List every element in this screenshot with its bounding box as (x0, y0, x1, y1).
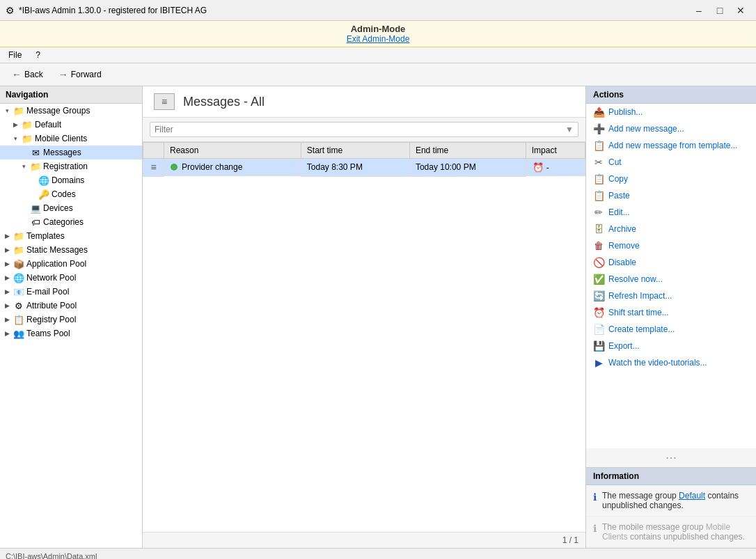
nav-toggle-network-pool[interactable]: ▶ (3, 274, 11, 282)
content-header: ≡ Messages - All (143, 86, 585, 118)
menu-file[interactable]: File (6, 49, 24, 61)
nav-icon-messages: ✉ (30, 147, 41, 158)
nav-toggle-domains[interactable] (28, 176, 36, 184)
nav-icon-default: 📁 (22, 119, 33, 130)
filter-input[interactable] (150, 123, 561, 136)
filter-bar: ▼ (143, 118, 585, 142)
impact-value: - (546, 163, 549, 173)
info-before-0: The message group (602, 491, 679, 501)
titlebar: ⚙ *IBI-aws Admin 1.30.0 - registered for… (0, 0, 756, 21)
nav-item-mobile-clients[interactable]: ▾📁Mobile Clients (0, 132, 142, 145)
nav-toggle-mobile-clients[interactable]: ▾ (11, 134, 19, 143)
action-item-shift[interactable]: ⏰Shift start time... (586, 304, 756, 321)
exit-admin-mode-link[interactable]: Exit Admin-Mode (0, 34, 756, 44)
action-item-cut[interactable]: ✂Cut (586, 154, 756, 171)
nav-toggle-email-pool[interactable]: ▶ (3, 288, 11, 296)
nav-item-messages[interactable]: ✉Messages (0, 145, 142, 159)
info-icon-1: ℹ (593, 523, 597, 534)
nav-icon-application-pool: 📦 (13, 258, 24, 269)
nav-item-categories[interactable]: 🏷Categories (0, 215, 142, 229)
action-item-publish[interactable]: 📤Publish... (586, 104, 756, 120)
action-item-refresh[interactable]: 🔄Refresh Impact... (586, 288, 756, 304)
nav-item-default[interactable]: ▶📁Default (0, 118, 142, 132)
filter-icon: ▼ (561, 123, 578, 136)
shift-icon: ⏰ (593, 307, 604, 318)
nav-item-domains[interactable]: 🌐Domains (0, 173, 142, 187)
action-label-disable: Disable (608, 258, 636, 267)
titlebar-title: *IBI-aws Admin 1.30.0 - registered for I… (19, 6, 207, 15)
menu-help[interactable]: ? (33, 49, 43, 61)
action-item-export[interactable]: 💾Export... (586, 338, 756, 354)
nav-item-msg-groups[interactable]: ▾📁Message Groups (0, 104, 142, 118)
nav-toggle-messages[interactable] (19, 148, 28, 157)
minimize-button[interactable]: – (689, 3, 709, 18)
nav-toggle-registration[interactable]: ▾ (19, 162, 28, 171)
action-item-copy[interactable]: 📋Copy (586, 171, 756, 187)
nav-toggle-msg-groups[interactable]: ▾ (3, 107, 11, 115)
action-item-create-template[interactable]: 📄Create template... (586, 321, 756, 338)
main-layout: Navigation ▾📁Message Groups▶📁Default▾📁Mo… (0, 86, 756, 548)
action-item-edit[interactable]: ✏Edit... (586, 204, 756, 221)
nav-item-attribute-pool[interactable]: ▶⚙Attribute Pool (0, 299, 142, 313)
resolve-icon: ✅ (593, 274, 604, 285)
row-start-time: Today 8:30 PM (301, 159, 409, 177)
content-area: ≡ Messages - All ▼ Reason Start time End… (143, 86, 585, 548)
reason-text: Provider change (182, 162, 242, 172)
nav-item-network-pool[interactable]: ▶🌐Network Pool (0, 271, 142, 285)
maximize-button[interactable]: □ (710, 3, 730, 18)
nav-item-static-messages[interactable]: ▶📁Static Messages (0, 243, 142, 257)
nav-toggle-devices[interactable] (19, 204, 28, 212)
info-icon-0: ℹ (593, 491, 597, 503)
nav-toggle-codes[interactable] (28, 190, 36, 198)
col-header-end: End time (409, 143, 526, 159)
nav-toggle-static-messages[interactable]: ▶ (3, 246, 11, 254)
refresh-icon: 🔄 (593, 290, 604, 301)
nav-label-network-pool: Network Pool (26, 273, 76, 283)
nav-toggle-teams-pool[interactable]: ▶ (3, 329, 11, 338)
forward-button[interactable]: → Forward (52, 66, 108, 83)
back-button[interactable]: ← Back (6, 66, 49, 83)
table-row[interactable]: ≡ Provider change Today 8:30 PM Today 10… (143, 159, 585, 177)
action-item-add[interactable]: ➕Add new message... (586, 120, 756, 137)
nav-label-application-pool: Application Pool (26, 259, 86, 269)
nav-label-static-messages: Static Messages (26, 245, 88, 255)
nav-toggle-attribute-pool[interactable]: ▶ (3, 301, 11, 310)
nav-icon-email-pool: 📧 (13, 286, 24, 297)
action-item-resolve[interactable]: ✅Resolve now... (586, 271, 756, 288)
action-item-disable[interactable]: 🚫Disable (586, 254, 756, 271)
information-panel: Information ℹThe message group Default c… (586, 467, 756, 548)
nav-toggle-application-pool[interactable]: ▶ (3, 260, 11, 268)
close-button[interactable]: ✕ (731, 3, 750, 18)
nav-item-devices[interactable]: 💻Devices (0, 201, 142, 215)
nav-item-registry-pool[interactable]: ▶📋Registry Pool (0, 313, 142, 326)
nav-icon-codes: 🔑 (38, 189, 49, 200)
action-label-archive: Archive (608, 224, 636, 234)
action-item-archive[interactable]: 🗄Archive (586, 221, 756, 237)
nav-toggle-registry-pool[interactable]: ▶ (3, 315, 11, 324)
nav-item-teams-pool[interactable]: ▶👥Teams Pool (0, 326, 142, 340)
action-item-remove[interactable]: 🗑Remove (586, 237, 756, 254)
nav-item-templates[interactable]: ▶📁Templates (0, 229, 142, 243)
nav-item-email-pool[interactable]: ▶📧E-mail Pool (0, 285, 142, 299)
action-label-cut: Cut (608, 157, 622, 167)
nav-toggle-categories[interactable] (19, 218, 28, 226)
nav-icon-devices: 💻 (30, 203, 41, 214)
action-item-video[interactable]: ▶Watch the video-tutorials... (586, 354, 756, 371)
nav-label-messages: Messages (43, 148, 81, 157)
action-item-add-template[interactable]: 📋Add new message from template... (586, 137, 756, 154)
nav-toggle-templates[interactable]: ▶ (3, 232, 11, 240)
action-label-add-template: Add new message from template... (608, 141, 737, 150)
nav-icon-attribute-pool: ⚙ (13, 300, 24, 311)
nav-item-application-pool[interactable]: ▶📦Application Pool (0, 257, 142, 271)
action-item-paste[interactable]: 📋Paste (586, 187, 756, 204)
nav-item-codes[interactable]: 🔑Codes (0, 187, 142, 201)
action-label-paste: Paste (608, 191, 630, 200)
nav-label-msg-groups: Message Groups (26, 106, 90, 116)
info-link-0[interactable]: Default (679, 491, 705, 501)
nav-item-registration[interactable]: ▾📁Registration (0, 159, 142, 173)
action-label-create-template: Create template... (608, 324, 675, 334)
navigation-panel: Navigation ▾📁Message Groups▶📁Default▾📁Mo… (0, 86, 143, 548)
impact-icon: ⏰ (533, 162, 544, 173)
nav-tree: ▾📁Message Groups▶📁Default▾📁Mobile Client… (0, 104, 142, 340)
nav-toggle-default[interactable]: ▶ (11, 120, 19, 129)
